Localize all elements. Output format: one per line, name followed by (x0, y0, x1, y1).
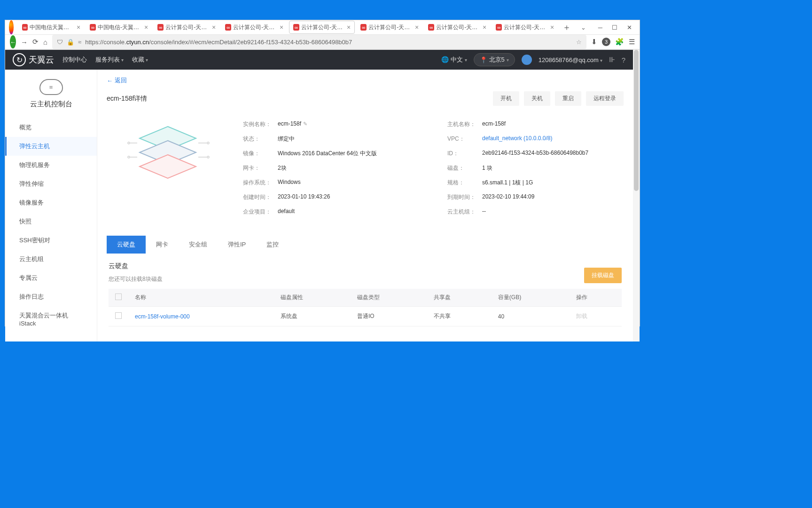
avatar[interactable] (522, 55, 532, 65)
sidebar-item[interactable]: 专属云 (5, 269, 97, 287)
detail-label: ID： (447, 150, 482, 158)
svg-point-4 (128, 156, 130, 158)
extensions-icon[interactable]: 🧩 (615, 38, 624, 46)
sidebar-item[interactable]: 物理机服务 (5, 156, 97, 175)
minimize-button[interactable]: ─ (598, 24, 602, 31)
tab-label: 云计算公司-天翼云 (301, 24, 345, 32)
tab-label: 中国电信-天翼云.云 (98, 24, 142, 32)
detail-tab[interactable]: 安全组 (179, 236, 218, 254)
sidebar-item[interactable]: 云主机组 (5, 250, 97, 269)
sidebar-item[interactable]: 镜像服务 (5, 193, 97, 212)
browser-tab[interactable]: 云计算公司-天翼云 × (424, 21, 490, 34)
browser-tab[interactable]: 云计算公司-天翼云 × (357, 21, 422, 34)
detail-label: 磁盘： (447, 164, 482, 172)
close-button[interactable]: ✕ (627, 24, 632, 31)
sidebar-item[interactable]: 操作日志 (5, 287, 97, 306)
tab-close-icon[interactable]: × (77, 24, 80, 31)
browser-tab[interactable]: 中国电信-天翼云.云 × (86, 21, 152, 34)
forward-button[interactable]: → (21, 38, 28, 46)
row-checkbox[interactable] (115, 312, 122, 319)
detail-row: ID： 2eb92146-f153-4324-b53b-68606498b0b7 (447, 146, 624, 161)
detail-value: Windows 2016 DataCenter 64位 中文版 (278, 150, 377, 158)
home-button[interactable]: ⌂ (43, 38, 47, 46)
browser-tab[interactable]: 云计算公司-天翼云 × (154, 21, 219, 34)
tab-close-icon[interactable]: × (144, 24, 148, 31)
detail-row: 主机名称： ecm-158f (447, 117, 624, 132)
user-menu[interactable]: 1208658766@qq.com (539, 56, 602, 64)
back-button[interactable]: ← (10, 35, 16, 48)
detail-tab[interactable]: 监控 (256, 236, 289, 254)
browser-tab[interactable]: 云计算公司-天翼云 × (492, 21, 558, 34)
tab-label: 云计算公司-天翼云 (436, 24, 481, 32)
cell: 系统盘 (274, 307, 351, 326)
tabs-dropdown-icon[interactable]: ⌄ (576, 24, 591, 31)
permissions-icon: ≈ (78, 39, 81, 46)
detail-row: VPC： default_network (10.0.0.0/8) (447, 132, 624, 146)
detail-row: 操作系统： Windows (243, 175, 419, 190)
svg-marker-2 (140, 155, 196, 178)
browser-window: 中国电信天翼云-管理 × 中国电信-天翼云.云 × 云计算公司-天翼云 × 云计… (5, 20, 640, 326)
disk-name-link[interactable]: ecm-158f-volume-000 (135, 313, 190, 320)
tab-close-icon[interactable]: × (212, 24, 216, 31)
tab-close-icon[interactable]: × (415, 24, 419, 31)
sidebar-item[interactable]: 概览 (5, 118, 97, 137)
action-button[interactable]: 开机 (493, 91, 519, 106)
app-menu-icon[interactable]: ☰ (629, 38, 635, 46)
downloads-icon[interactable]: ⬇ (591, 38, 597, 46)
scroll-thumb[interactable] (634, 50, 639, 191)
new-tab-button[interactable]: ＋ (559, 22, 575, 33)
browser-tab[interactable]: 云计算公司-天翼云 × (221, 21, 287, 34)
action-button[interactable]: 重启 (555, 91, 581, 106)
star-icon[interactable]: ☆ (576, 39, 582, 46)
tab-label: 中国电信天翼云-管理 (30, 24, 75, 32)
url-bar[interactable]: 🛡 🔒 ≈ https://console.ctyun.cn/console/i… (52, 35, 586, 49)
tab-close-icon[interactable]: × (550, 24, 554, 31)
detail-label: 创建时间： (243, 193, 278, 201)
browser-tab[interactable]: 中国电信天翼云-管理 × (18, 21, 84, 34)
reload-button[interactable]: ⟳ (32, 38, 39, 46)
detail-value: 1 块 (482, 164, 492, 172)
toolbar: ← → ⟳ ⌂ 🛡 🔒 ≈ https://console.ctyun.cn/c… (5, 35, 640, 49)
tab-close-icon[interactable]: × (347, 24, 351, 31)
detail-label: 企业项目： (243, 208, 278, 216)
detail-tabs: 云硬盘网卡安全组弹性IP监控 (107, 236, 624, 254)
help-icon[interactable]: ? (622, 56, 625, 64)
extensions-badge[interactable]: 3 (602, 38, 610, 46)
action-button[interactable]: 关机 (524, 91, 550, 106)
services-dropdown[interactable]: 服务列表 (95, 56, 124, 64)
sidebar-item[interactable]: 弹性伸缩 (5, 175, 97, 193)
favorites-dropdown[interactable]: 收藏 (132, 56, 148, 64)
sidebar-item[interactable]: 快照 (5, 212, 97, 231)
detail-row: 创建时间： 2023-01-10 19:43:26 (243, 190, 419, 205)
tab-close-icon[interactable]: × (280, 24, 283, 31)
language-dropdown[interactable]: 🌐 中文 (441, 56, 467, 64)
browser-tab[interactable]: 云计算公司-天翼云 × (289, 21, 355, 34)
tab-favicon-icon (225, 24, 231, 31)
sidebar-item[interactable]: 天翼混合云一体机iStack (5, 306, 97, 332)
tab-label: 云计算公司-天翼云 (233, 24, 278, 32)
sidebar-item[interactable]: 弹性云主机 (5, 137, 97, 156)
billing-icon[interactable]: ⊪ (609, 56, 615, 64)
detail-tab[interactable]: 网卡 (146, 236, 179, 254)
region-selector[interactable]: 📍 北京5 ▾ (474, 53, 515, 66)
tab-close-icon[interactable]: × (483, 24, 486, 31)
console-link[interactable]: 控制中心 (62, 56, 87, 64)
table-header: 名称 (128, 289, 274, 307)
detail-value[interactable]: default_network (10.0.0.0/8) (482, 135, 552, 143)
tab-strip: 中国电信天翼云-管理 × 中国电信-天翼云.云 × 云计算公司-天翼云 × 云计… (17, 20, 559, 34)
action-button[interactable]: 远程登录 (586, 91, 624, 106)
sidebar-item[interactable]: SSH密钥对 (5, 231, 97, 250)
detail-tab[interactable]: 弹性IP (218, 236, 256, 254)
detail-label: 主机名称： (447, 120, 482, 128)
detail-tab[interactable]: 云硬盘 (107, 236, 146, 254)
edit-icon[interactable]: ✎ (303, 121, 307, 127)
back-link[interactable]: ← 返回 (107, 76, 624, 85)
detail-label: 镜像： (243, 150, 278, 158)
detail-value: 2023-01-10 19:43:26 (278, 193, 330, 201)
scrollbar[interactable] (633, 50, 640, 341)
select-all-checkbox[interactable] (115, 294, 122, 300)
brand-logo[interactable]: 天翼云 (13, 53, 54, 66)
titlebar: 中国电信天翼云-管理 × 中国电信-天翼云.云 × 云计算公司-天翼云 × 云计… (5, 20, 640, 35)
maximize-button[interactable]: ☐ (612, 24, 617, 31)
mount-disk-button[interactable]: 挂载磁盘 (584, 268, 622, 283)
